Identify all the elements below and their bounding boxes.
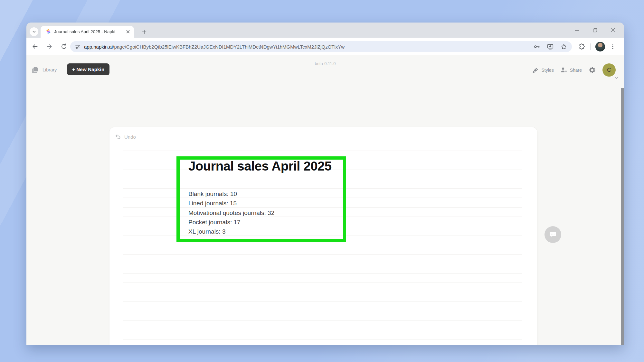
undo-button[interactable]: Undo — [115, 134, 136, 140]
url-text: app.napkin.ai/page/CgoiCHByb2Qtb25lEiwKB… — [84, 44, 345, 50]
undo-icon — [115, 134, 121, 140]
browser-menu-icon[interactable] — [610, 44, 616, 50]
library-label: Library — [43, 67, 57, 72]
tab-search-button[interactable] — [30, 27, 38, 36]
forward-icon[interactable] — [46, 43, 53, 50]
plus-icon — [142, 30, 147, 34]
browser-toolbar: app.napkin.ai/page/CgoiCHByb2Qtb25lEiwKB… — [26, 38, 624, 55]
undo-label: Undo — [124, 134, 136, 140]
tab-title: Journal sales April 2025 - Napki — [54, 26, 122, 38]
napkin-app: Library + New Napkin beta-0.11.0 Styles … — [26, 55, 624, 345]
paintbrush-icon — [532, 67, 539, 74]
new-napkin-label: + New Napkin — [72, 67, 104, 72]
avatar-chevron-down-icon[interactable] — [614, 77, 618, 79]
person-plus-icon — [560, 66, 567, 74]
share-button[interactable]: Share — [560, 66, 582, 74]
window-restore-button[interactable] — [592, 27, 598, 33]
site-settings-icon[interactable] — [75, 44, 81, 50]
page-scrollbar[interactable] — [621, 88, 624, 345]
journal-line[interactable]: XL journals: 3 — [188, 227, 274, 236]
user-avatar[interactable]: C — [602, 63, 616, 77]
close-icon — [126, 30, 130, 33]
window-minimize-button[interactable] — [574, 27, 580, 33]
back-icon[interactable] — [32, 43, 38, 50]
minimize-icon — [574, 28, 580, 33]
avatar-initial: C — [607, 67, 611, 73]
chevron-down-icon — [32, 30, 36, 34]
tab-close-button[interactable] — [125, 28, 131, 35]
styles-label: Styles — [542, 68, 554, 73]
journal-line[interactable]: Motivational quotes journals: 32 — [188, 208, 274, 218]
new-tab-button[interactable] — [140, 27, 148, 36]
window-close-button[interactable] — [610, 27, 616, 33]
tab-strip: Journal sales April 2025 - Napki — [26, 23, 624, 38]
close-icon — [611, 28, 615, 32]
library-stack-icon — [32, 66, 39, 74]
document-title[interactable]: Journal sales April 2025 — [188, 159, 332, 173]
styles-button[interactable]: Styles — [532, 67, 554, 74]
browser-window: Journal sales April 2025 - Napki — [26, 23, 624, 345]
bookmark-star-icon[interactable] — [560, 43, 567, 50]
comments-button[interactable] — [545, 226, 561, 243]
comment-bubble-icon — [549, 230, 557, 239]
password-key-icon[interactable] — [533, 43, 540, 50]
browser-profile-avatar[interactable] — [595, 42, 605, 51]
share-label: Share — [570, 68, 582, 73]
window-controls — [574, 27, 616, 33]
restore-icon — [592, 28, 598, 33]
url-domain: app.napkin.ai — [84, 44, 113, 50]
browser-tab[interactable]: Journal sales April 2025 - Napki — [41, 26, 134, 38]
document-body[interactable]: Blank journals: 10 Lined journals: 15 Mo… — [188, 189, 274, 236]
url-bar[interactable]: app.napkin.ai/page/CgoiCHByb2Qtb25lEiwKB… — [70, 41, 572, 52]
journal-line[interactable]: Pocket journals: 17 — [188, 218, 274, 227]
settings-gear-icon[interactable] — [588, 66, 596, 74]
toolbar-separator — [590, 43, 591, 50]
reload-icon[interactable] — [61, 43, 67, 50]
install-app-icon[interactable] — [547, 43, 554, 50]
napkin-canvas[interactable]: Undo Journal sales April 2025 Blank jour… — [109, 127, 537, 345]
napkin-favicon-icon — [45, 28, 52, 35]
url-path: /page/CgoiCHByb2Qtb25lEiwKBFBhZ2UaJGExND… — [113, 44, 345, 50]
extensions-puzzle-icon[interactable] — [578, 43, 585, 50]
journal-line[interactable]: Lined journals: 15 — [188, 199, 274, 208]
journal-line[interactable]: Blank journals: 10 — [188, 189, 274, 199]
